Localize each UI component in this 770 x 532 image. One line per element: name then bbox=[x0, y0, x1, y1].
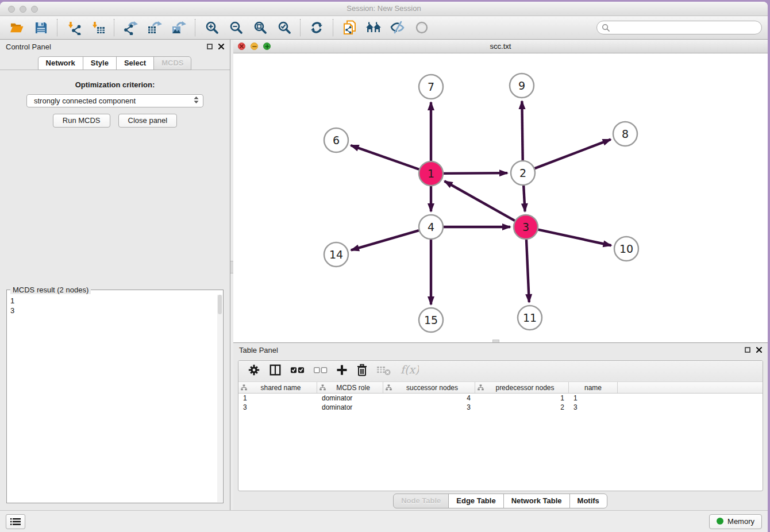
edge-4-14[interactable] bbox=[351, 230, 419, 250]
close-panel-icon[interactable] bbox=[218, 43, 224, 51]
export-image-button[interactable] bbox=[168, 18, 190, 37]
tab-edge-table[interactable]: Edge Table bbox=[448, 494, 503, 508]
export-image-icon bbox=[171, 21, 187, 35]
clone-network-button[interactable] bbox=[338, 18, 360, 37]
open-session-button[interactable] bbox=[6, 18, 28, 37]
save-session-button[interactable] bbox=[30, 18, 52, 37]
network-close-button[interactable] bbox=[238, 43, 245, 50]
home-network-button[interactable] bbox=[363, 18, 384, 37]
cell-name: 3 bbox=[569, 403, 618, 411]
add-column-icon bbox=[336, 364, 348, 378]
tab-select[interactable]: Select bbox=[116, 56, 154, 70]
criterion-value: strongly connected component bbox=[34, 97, 193, 105]
criterion-dropdown[interactable]: strongly connected component bbox=[26, 94, 203, 107]
function-builder-button: f(x) bbox=[399, 363, 419, 379]
status-bar: Memory bbox=[0, 510, 768, 532]
dropdown-stepper-icon bbox=[193, 96, 199, 106]
node-label-2: 2 bbox=[519, 167, 526, 179]
show-columns-button[interactable] bbox=[269, 364, 282, 379]
edge-1-2[interactable] bbox=[444, 173, 507, 174]
result-scrollbar[interactable] bbox=[217, 295, 222, 502]
float-table-panel-icon[interactable] bbox=[745, 346, 750, 354]
result-line: 3 bbox=[10, 306, 220, 315]
tab-node-table[interactable]: Node Table bbox=[393, 494, 449, 508]
column-header-name[interactable]: name bbox=[569, 382, 618, 393]
function-builder-icon: f(x) bbox=[399, 363, 419, 379]
node-label-11: 11 bbox=[523, 311, 537, 324]
node-label-7: 7 bbox=[428, 80, 434, 93]
delete-column-button[interactable] bbox=[356, 364, 368, 379]
tab-motifs[interactable]: Motifs bbox=[569, 494, 607, 508]
close-window-button[interactable] bbox=[8, 6, 15, 13]
edge-3-1[interactable] bbox=[445, 181, 515, 221]
canvas-resize-grip[interactable] bbox=[492, 340, 499, 342]
zoom-selected-icon bbox=[277, 21, 291, 34]
column-header-label: shared name bbox=[247, 384, 314, 392]
edge-3-11[interactable] bbox=[526, 240, 529, 302]
run-mcds-button[interactable]: Run MCDS bbox=[53, 114, 110, 128]
table-row[interactable]: 3dominator323 bbox=[238, 403, 763, 412]
node-label-3: 3 bbox=[522, 221, 529, 233]
refresh-layout-icon bbox=[310, 21, 324, 34]
search-box bbox=[596, 21, 762, 34]
edge-1-6[interactable] bbox=[351, 145, 419, 169]
tab-style[interactable]: Style bbox=[83, 56, 117, 70]
task-history-button[interactable] bbox=[6, 514, 25, 529]
toolbar-separator bbox=[114, 19, 114, 36]
zoom-fit-button[interactable] bbox=[249, 18, 271, 37]
column-header-shared-name[interactable]: shared name bbox=[238, 382, 317, 393]
import-network-button[interactable] bbox=[63, 18, 84, 37]
zoom-out-icon bbox=[229, 21, 242, 34]
eye-button bbox=[411, 18, 433, 37]
table-tab-group: Node TableEdge TableNetwork TableMotifs bbox=[394, 494, 607, 508]
clone-network-icon bbox=[342, 20, 357, 35]
minimize-window-button[interactable] bbox=[20, 6, 26, 13]
add-column-button[interactable] bbox=[336, 364, 348, 378]
search-input[interactable] bbox=[596, 21, 762, 34]
deselect-all-checkbox-button[interactable] bbox=[313, 366, 328, 376]
close-table-panel-icon[interactable] bbox=[756, 346, 762, 354]
result-line: 1 bbox=[10, 296, 220, 306]
network-maximize-button[interactable] bbox=[263, 43, 271, 50]
edge-2-9[interactable] bbox=[522, 101, 522, 160]
network-canvas[interactable]: 7968124314101511 bbox=[233, 53, 768, 342]
application-window: Session: New Session Control Panel Netwo… bbox=[0, 2, 768, 532]
control-panel-title: Control Panel bbox=[6, 43, 207, 51]
zoom-in-icon bbox=[205, 21, 218, 34]
toolbar-separator bbox=[333, 19, 333, 36]
select-all-checkbox-button[interactable] bbox=[290, 366, 305, 376]
hierarchy-icon bbox=[478, 384, 484, 391]
maximize-window-button[interactable] bbox=[31, 6, 38, 13]
cell-MCDS-role: dominator bbox=[317, 394, 383, 402]
column-header-MCDS-role[interactable]: MCDS role bbox=[317, 382, 383, 393]
refresh-layout-button[interactable] bbox=[306, 18, 328, 37]
zoom-out-button[interactable] bbox=[225, 18, 247, 37]
column-header-predecessor-nodes[interactable]: predecessor nodes bbox=[475, 382, 569, 393]
window-controls bbox=[8, 6, 38, 13]
home-network-icon bbox=[365, 21, 382, 34]
column-header-successor-nodes[interactable]: successor nodes bbox=[383, 382, 475, 393]
hierarchy-icon bbox=[386, 384, 392, 391]
toolbar-separator bbox=[195, 19, 195, 36]
hide-annotations-button[interactable] bbox=[387, 18, 409, 37]
zoom-in-button[interactable] bbox=[201, 18, 222, 37]
tab-network-table[interactable]: Network Table bbox=[503, 494, 570, 508]
network-minimize-button[interactable] bbox=[251, 43, 258, 50]
zoom-selected-button[interactable] bbox=[273, 18, 295, 37]
table-row[interactable]: 1dominator411 bbox=[238, 394, 763, 403]
export-network-button[interactable] bbox=[120, 18, 141, 37]
import-table-icon bbox=[90, 21, 106, 35]
mcds-result-text[interactable]: 13 bbox=[7, 290, 223, 318]
settings-gear-button[interactable] bbox=[248, 364, 260, 379]
edge-2-8[interactable] bbox=[535, 140, 611, 169]
edge-3-10[interactable] bbox=[538, 230, 611, 246]
table-toolbar: f(x) bbox=[238, 361, 763, 382]
edge-2-3[interactable] bbox=[523, 186, 525, 211]
tab-network[interactable]: Network bbox=[38, 56, 83, 70]
tab-mcds[interactable]: MCDS bbox=[153, 56, 191, 70]
memory-button[interactable]: Memory bbox=[709, 514, 762, 529]
export-table-button[interactable] bbox=[144, 18, 165, 37]
import-table-button[interactable] bbox=[87, 18, 109, 37]
float-panel-icon[interactable] bbox=[207, 43, 213, 51]
close-panel-button[interactable]: Close panel bbox=[118, 114, 178, 128]
